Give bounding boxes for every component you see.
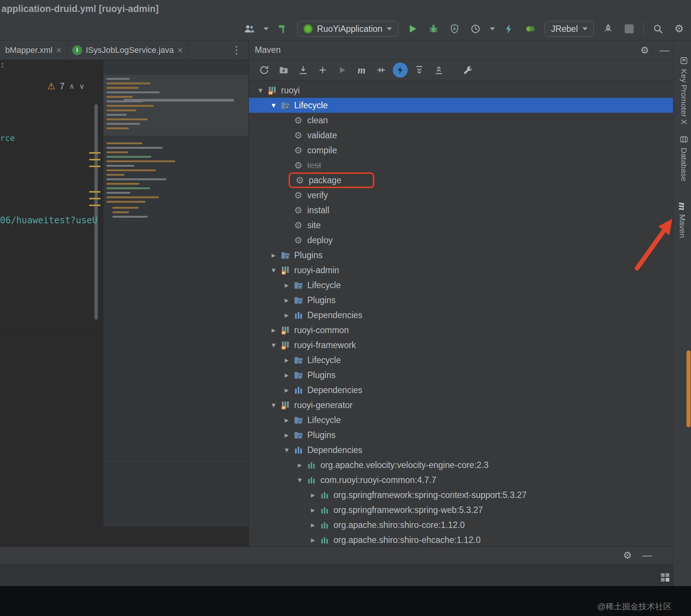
tab-isysjoblogservice[interactable]: I ISysJobLogService.java × xyxy=(67,40,188,60)
layout-grid-icon[interactable] xyxy=(660,572,671,583)
chevron-right-icon[interactable]: ▸ xyxy=(280,311,293,320)
tree-row[interactable]: ▾mruoyi-framework xyxy=(249,338,691,353)
tree-row[interactable]: ▸org.springframework:spring-context-supp… xyxy=(249,487,691,502)
add-maven-project-icon[interactable] xyxy=(315,62,331,78)
coverage-button[interactable] xyxy=(448,22,461,36)
chevron-right-icon[interactable]: ▸ xyxy=(280,281,293,290)
run-maven-build-icon[interactable] xyxy=(334,62,350,78)
hide-tool-window-icon[interactable]: — xyxy=(660,45,669,55)
chevron-down-icon[interactable]: ▾ xyxy=(254,86,267,95)
user-accounts-icon[interactable] xyxy=(242,22,256,36)
tree-row[interactable]: ▸Plugins xyxy=(249,368,691,383)
chevron-down-icon[interactable]: ▾ xyxy=(267,266,280,275)
tree-row[interactable]: ▸Dependencies xyxy=(249,383,691,398)
search-everywhere-button[interactable] xyxy=(651,22,665,36)
next-warning-icon[interactable]: ∨ xyxy=(79,82,85,91)
chevron-right-icon[interactable]: ▸ xyxy=(280,431,293,440)
tree-row[interactable]: ▸org.springframework:spring-web:5.3.27 xyxy=(249,502,691,517)
settings-button[interactable]: ⚙ xyxy=(672,22,686,36)
close-icon[interactable]: × xyxy=(56,46,61,55)
collapse-all-icon[interactable] xyxy=(431,62,447,78)
maven-tree[interactable]: ▾mruoyi▾Lifecycle⚙clean⚙validate⚙compile… xyxy=(249,81,691,546)
update-resources-icon[interactable] xyxy=(523,22,537,36)
tree-row[interactable]: ▸Lifecycle xyxy=(249,278,691,293)
chevron-right-icon[interactable]: ▸ xyxy=(307,535,319,544)
chevron-right-icon[interactable]: ▸ xyxy=(280,356,293,365)
chevron-right-icon[interactable]: ▸ xyxy=(280,296,293,305)
tree-row[interactable]: ▾mruoyi-admin xyxy=(249,263,691,278)
run-configuration-select[interactable]: RuoYiApplication xyxy=(297,21,398,37)
chevron-right-icon[interactable]: ▸ xyxy=(293,461,306,469)
tree-row[interactable]: ▸org.apache.shiro:shiro-core:1.12.0 xyxy=(249,517,691,532)
editor-scrollbar[interactable] xyxy=(94,104,98,320)
chevron-right-icon[interactable]: ▸ xyxy=(307,505,319,514)
debug-button[interactable] xyxy=(427,22,440,36)
chevron-right-icon[interactable]: ▸ xyxy=(267,251,280,260)
close-icon[interactable]: × xyxy=(178,46,183,55)
tree-row[interactable]: ▾Lifecycle xyxy=(249,98,691,113)
jrebel-select[interactable]: JRebel xyxy=(544,21,594,37)
tab-options-kebab-icon[interactable]: ⋮ xyxy=(224,40,248,60)
tree-node: ⚙validate xyxy=(293,130,337,141)
tree-row[interactable]: ⚙validate xyxy=(249,128,691,143)
offline-mode-toggle-icon[interactable] xyxy=(393,63,408,78)
stop-button[interactable] xyxy=(622,22,636,36)
tree-row[interactable]: ▸Plugins xyxy=(249,293,691,308)
profiler-button[interactable] xyxy=(469,22,482,36)
prev-warning-icon[interactable]: ∧ xyxy=(69,82,75,91)
tree-row[interactable]: ⚙site xyxy=(249,218,691,233)
bottom-hide-icon[interactable]: — xyxy=(642,550,652,560)
expand-all-icon[interactable] xyxy=(411,62,427,78)
svg-text:m: m xyxy=(282,345,285,350)
tab-jobmapper[interactable]: bMapper.xml × xyxy=(0,40,67,60)
tree-row[interactable]: ▸Lifecycle xyxy=(249,353,691,368)
chevron-right-icon[interactable]: ▸ xyxy=(267,326,280,335)
tree-row[interactable]: ⚙compile xyxy=(249,143,691,158)
run-button[interactable] xyxy=(406,22,419,36)
tree-row[interactable]: ▾mruoyi xyxy=(249,83,691,98)
tree-row[interactable]: ⚙test xyxy=(249,158,691,173)
tree-row[interactable]: ▾com.ruoyi:ruoyi-common:4.7.7 xyxy=(249,472,691,487)
tree-row[interactable]: ⚙deploy xyxy=(249,233,691,248)
skip-tests-icon[interactable] xyxy=(373,62,389,78)
rocket-icon[interactable] xyxy=(601,22,615,36)
chevron-down-icon[interactable]: ▾ xyxy=(280,446,293,455)
tree-item-label: ruoyi-admin xyxy=(294,265,339,275)
editor-body[interactable]: ⚠ 7 ∧ ∨ rce 06/huaweitest?useU : xyxy=(0,60,248,546)
bottom-settings-gear-icon[interactable]: ⚙ xyxy=(623,550,632,560)
tree-row[interactable]: ▾Dependencies xyxy=(249,443,691,458)
chevron-down-icon[interactable]: ▾ xyxy=(267,101,280,110)
tree-row[interactable]: ▸Dependencies xyxy=(249,308,691,323)
tree-row[interactable]: ▸org.apache.velocity:velocity-engine-cor… xyxy=(249,458,691,472)
chevron-down-icon[interactable]: ▾ xyxy=(293,475,306,484)
chevron-right-icon[interactable]: ▸ xyxy=(280,416,293,425)
maven-settings-gear-icon[interactable]: ⚙ xyxy=(640,45,649,55)
maven-settings-wrench-icon[interactable] xyxy=(460,62,476,78)
scroll-stripe-marker[interactable] xyxy=(687,350,691,427)
profiler-caret-icon[interactable] xyxy=(490,27,495,30)
tree-row[interactable]: ▸Plugins xyxy=(249,248,691,263)
chevron-right-icon[interactable]: ▸ xyxy=(307,490,319,499)
tree-row[interactable]: ▸Plugins xyxy=(249,428,691,443)
tree-row[interactable]: ⚙install xyxy=(249,203,691,218)
tree-row[interactable]: ⚙verify xyxy=(249,188,691,203)
tree-row[interactable]: ▸Lifecycle xyxy=(249,413,691,428)
execute-maven-goal-icon[interactable]: m xyxy=(354,62,369,78)
tree-row[interactable]: ▾mruoyi-generator xyxy=(249,398,691,413)
update-classes-icon[interactable] xyxy=(503,22,516,36)
tree-row[interactable]: ▸mruoyi-common xyxy=(249,323,691,338)
tree-row[interactable]: ▸org.apache.shiro:shiro-ehcache:1.12.0 xyxy=(249,532,691,546)
download-icon[interactable] xyxy=(295,62,311,78)
chevron-right-icon[interactable]: ▸ xyxy=(307,520,319,529)
build-hammer-icon[interactable] xyxy=(276,22,290,36)
tree-row[interactable]: ⚙clean xyxy=(249,113,691,128)
chevron-right-icon[interactable]: ▸ xyxy=(280,386,293,395)
tree-row[interactable]: ⚙package xyxy=(249,173,691,188)
inspection-widget[interactable]: ⚠ 7 ∧ ∨ xyxy=(47,81,85,91)
chevron-down-icon[interactable]: ▾ xyxy=(267,341,280,350)
reload-maven-projects-icon[interactable] xyxy=(256,62,272,78)
download-sources-icon[interactable] xyxy=(276,62,292,78)
chevron-right-icon[interactable]: ▸ xyxy=(280,371,293,380)
user-dropdown-caret-icon[interactable] xyxy=(263,27,269,30)
chevron-down-icon[interactable]: ▾ xyxy=(267,401,280,410)
